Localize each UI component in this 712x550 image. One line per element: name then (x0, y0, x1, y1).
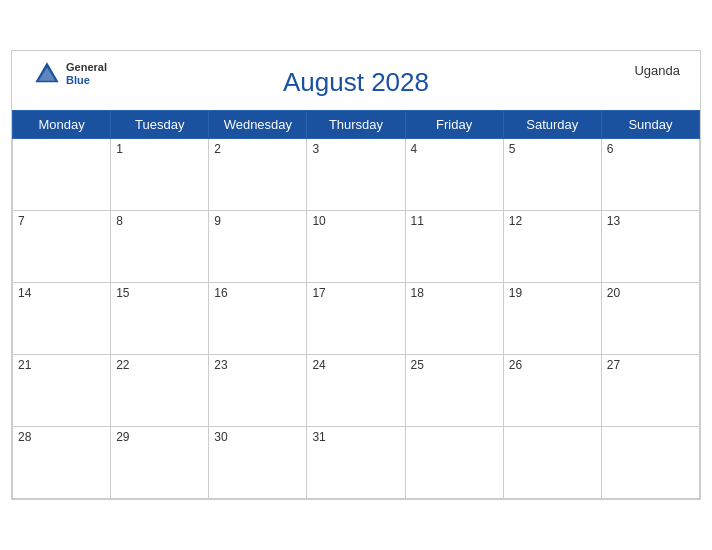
day-cell-4: 4 (405, 139, 503, 211)
week-row-1: 123456 (13, 139, 700, 211)
day-number: 6 (607, 142, 614, 156)
day-number: 7 (18, 214, 25, 228)
day-cell-2: 2 (209, 139, 307, 211)
day-cell-5: 5 (503, 139, 601, 211)
day-number: 13 (607, 214, 620, 228)
day-cell-7: 7 (13, 211, 111, 283)
empty-cell (13, 139, 111, 211)
day-cell-13: 13 (601, 211, 699, 283)
day-number: 21 (18, 358, 31, 372)
day-cell-3: 3 (307, 139, 405, 211)
logo-icon (32, 59, 62, 89)
day-number: 8 (116, 214, 123, 228)
day-cell-6: 6 (601, 139, 699, 211)
calendar: General Blue August 2028 Uganda MondayTu… (11, 50, 701, 500)
day-number: 25 (411, 358, 424, 372)
day-number: 22 (116, 358, 129, 372)
logo-general: General (66, 61, 107, 74)
day-cell-23: 23 (209, 355, 307, 427)
week-row-5: 28293031 (13, 427, 700, 499)
day-number: 1 (116, 142, 123, 156)
day-number: 5 (509, 142, 516, 156)
day-cell-18: 18 (405, 283, 503, 355)
country-label: Uganda (634, 63, 680, 78)
weekday-header-wednesday: Wednesday (209, 111, 307, 139)
day-number: 19 (509, 286, 522, 300)
day-number: 27 (607, 358, 620, 372)
day-number: 20 (607, 286, 620, 300)
day-cell-25: 25 (405, 355, 503, 427)
day-cell-16: 16 (209, 283, 307, 355)
day-number: 24 (312, 358, 325, 372)
day-cell-30: 30 (209, 427, 307, 499)
day-cell-10: 10 (307, 211, 405, 283)
month-title: August 2028 (283, 61, 429, 106)
weekday-header-tuesday: Tuesday (111, 111, 209, 139)
day-number: 10 (312, 214, 325, 228)
weekday-header-row: MondayTuesdayWednesdayThursdayFridaySatu… (13, 111, 700, 139)
day-cell-19: 19 (503, 283, 601, 355)
weekday-header-thursday: Thursday (307, 111, 405, 139)
day-number: 2 (214, 142, 221, 156)
day-number: 15 (116, 286, 129, 300)
empty-cell (405, 427, 503, 499)
day-cell-1: 1 (111, 139, 209, 211)
day-cell-8: 8 (111, 211, 209, 283)
day-number: 17 (312, 286, 325, 300)
day-number: 29 (116, 430, 129, 444)
day-number: 23 (214, 358, 227, 372)
day-number: 3 (312, 142, 319, 156)
weekday-header-sunday: Sunday (601, 111, 699, 139)
calendar-header: General Blue August 2028 Uganda (12, 51, 700, 110)
day-number: 11 (411, 214, 424, 228)
week-row-3: 14151617181920 (13, 283, 700, 355)
day-number: 12 (509, 214, 522, 228)
day-number: 4 (411, 142, 418, 156)
day-cell-27: 27 (601, 355, 699, 427)
day-cell-29: 29 (111, 427, 209, 499)
day-number: 28 (18, 430, 31, 444)
day-cell-22: 22 (111, 355, 209, 427)
day-number: 9 (214, 214, 221, 228)
day-cell-24: 24 (307, 355, 405, 427)
day-number: 14 (18, 286, 31, 300)
day-number: 26 (509, 358, 522, 372)
day-number: 16 (214, 286, 227, 300)
logo-text: General Blue (66, 61, 107, 87)
week-row-4: 21222324252627 (13, 355, 700, 427)
weekday-header-monday: Monday (13, 111, 111, 139)
day-cell-21: 21 (13, 355, 111, 427)
day-cell-9: 9 (209, 211, 307, 283)
weekday-header-saturday: Saturday (503, 111, 601, 139)
calendar-grid: MondayTuesdayWednesdayThursdayFridaySatu… (12, 110, 700, 499)
logo-area: General Blue (32, 59, 107, 89)
day-cell-26: 26 (503, 355, 601, 427)
day-cell-15: 15 (111, 283, 209, 355)
day-cell-17: 17 (307, 283, 405, 355)
day-number: 30 (214, 430, 227, 444)
day-cell-11: 11 (405, 211, 503, 283)
day-cell-20: 20 (601, 283, 699, 355)
day-cell-28: 28 (13, 427, 111, 499)
logo-blue: Blue (66, 74, 107, 87)
day-cell-12: 12 (503, 211, 601, 283)
week-row-2: 78910111213 (13, 211, 700, 283)
day-number: 18 (411, 286, 424, 300)
empty-cell (601, 427, 699, 499)
empty-cell (503, 427, 601, 499)
day-cell-31: 31 (307, 427, 405, 499)
day-cell-14: 14 (13, 283, 111, 355)
weekday-header-friday: Friday (405, 111, 503, 139)
day-number: 31 (312, 430, 325, 444)
